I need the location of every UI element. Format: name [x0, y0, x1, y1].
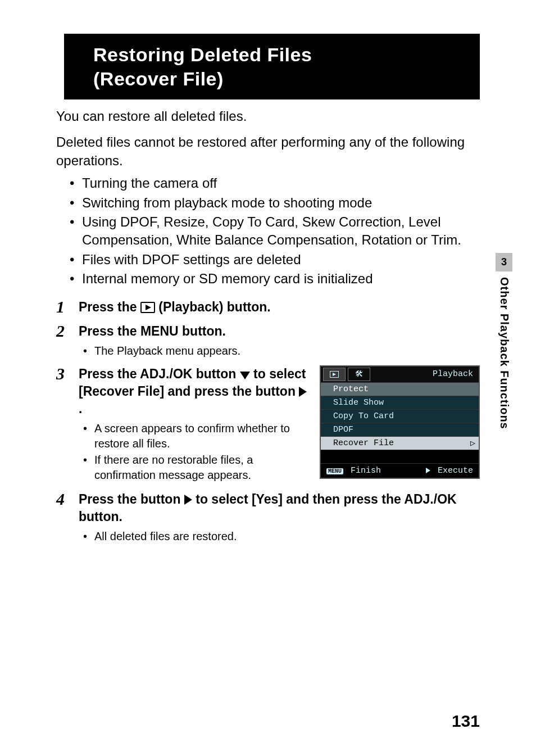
step-2: 2 Press the MENU button. The Playback me…: [56, 323, 480, 359]
steps-list: 1 Press the (Playback) button. 2 Press t…: [56, 298, 480, 544]
step-3: 3 Press the ADJ./OK button to select [Re…: [56, 365, 480, 484]
section-title-line2: (Recover File): [93, 68, 224, 89]
camera-tab-row: 🛠 Playback: [321, 366, 479, 382]
step-1: 1 Press the (Playback) button.: [56, 298, 480, 316]
camera-menu-item: DPOF: [321, 423, 479, 436]
list-item: Files with DPOF settings are deleted: [70, 251, 480, 269]
wrench-icon: 🛠: [355, 370, 363, 379]
intro-line-2: Deleted files cannot be restored after p…: [56, 133, 480, 170]
playback-icon: [140, 302, 155, 313]
section-title-block: Restoring Deleted Files (Recover File): [56, 34, 480, 99]
right-triangle-icon: [184, 495, 192, 505]
step-text-pre: Press the ADJ./OK button: [79, 366, 240, 381]
step-4: 4 Press the button to select [Yes] and t…: [56, 491, 480, 544]
list-item: A screen appears to confirm whether to r…: [83, 421, 308, 451]
camera-menu-item-label: Protect: [333, 384, 369, 394]
list-item: Internal memory or SD memory card is ini…: [70, 270, 480, 288]
invalidation-list: Turning the camera off Switching from pl…: [56, 174, 480, 288]
step-heading: Press the MENU button.: [79, 323, 480, 340]
camera-menu-item-label: Slide Show: [333, 398, 384, 408]
section-title-line1: Restoring Deleted Files: [93, 44, 312, 65]
list-item: Turning the camera off: [70, 174, 480, 192]
step-number: 3: [56, 364, 65, 383]
list-item: Using DPOF, Resize, Copy To Card, Skew C…: [70, 213, 480, 250]
step-number: 1: [56, 297, 65, 316]
list-item: All deleted files are restored.: [83, 529, 480, 544]
step-text-post: (Playback) button.: [158, 300, 270, 314]
camera-footer-right-label: Execute: [438, 466, 473, 476]
camera-footer-left-label: Finish: [351, 466, 381, 476]
playback-icon: [330, 371, 339, 378]
step-text-post: .: [79, 401, 82, 416]
step-sub-list: A screen appears to confirm whether to r…: [79, 421, 308, 483]
menu-badge-icon: MENU: [326, 468, 343, 474]
camera-menu-title: Playback: [433, 369, 473, 379]
side-tab: 3 Other Playback Functions: [494, 253, 514, 429]
intro-line-1: You can restore all deleted files.: [56, 107, 480, 125]
section-title: Restoring Deleted Files (Recover File): [93, 43, 465, 90]
step-heading: Press the ADJ./OK button to select [Reco…: [79, 365, 308, 418]
camera-menu-item-label: Copy To Card: [333, 411, 394, 421]
list-item: If there are no restorable files, a conf…: [83, 452, 308, 483]
manual-page: Restoring Deleted Files (Recover File) Y…: [0, 0, 536, 756]
camera-menu-item-highlighted: Recover File ▷: [321, 436, 479, 450]
step-heading: Press the button to select [Yes] and the…: [79, 491, 480, 526]
step-sub-list: The Playback menu appears.: [79, 343, 480, 359]
camera-menu-items: Protect Slide Show Copy To Card DPOF Rec…: [321, 382, 479, 463]
right-triangle-icon: [426, 468, 430, 473]
camera-menu-item: Copy To Card: [321, 409, 479, 423]
step-number: 2: [56, 322, 65, 341]
camera-menu-item: Slide Show: [321, 396, 479, 409]
submenu-arrow-icon: ▷: [470, 438, 475, 449]
step-text-pre: Press the: [79, 300, 140, 314]
list-item: The Playback menu appears.: [83, 343, 480, 359]
step-number: 4: [56, 490, 65, 509]
down-triangle-icon: [240, 372, 250, 379]
page-number: 131: [452, 712, 480, 731]
chapter-number: 3: [496, 253, 512, 271]
list-item: Switching from playback mode to shooting…: [70, 194, 480, 212]
camera-footer-right: Execute: [426, 466, 473, 476]
camera-tab-setup: 🛠: [348, 368, 370, 381]
chapter-label: Other Playback Functions: [498, 277, 511, 429]
step-text-pre: Press the button: [79, 492, 184, 506]
camera-menu-footer: MENU Finish Execute: [321, 463, 479, 478]
right-triangle-icon: [299, 387, 307, 397]
step-heading: Press the (Playback) button.: [79, 298, 480, 316]
camera-menu-item-label: DPOF: [333, 425, 353, 434]
camera-menu-item-label: Recover File: [333, 438, 394, 448]
camera-tab-playback: [323, 368, 346, 381]
camera-menu-item-empty: [321, 450, 479, 463]
step-sub-list: All deleted files are restored.: [79, 529, 480, 544]
camera-menu-item: Protect: [321, 382, 479, 396]
camera-menu-screenshot: 🛠 Playback Protect Slide Show Copy To Ca…: [320, 365, 480, 479]
camera-footer-left: MENU Finish: [326, 466, 381, 476]
